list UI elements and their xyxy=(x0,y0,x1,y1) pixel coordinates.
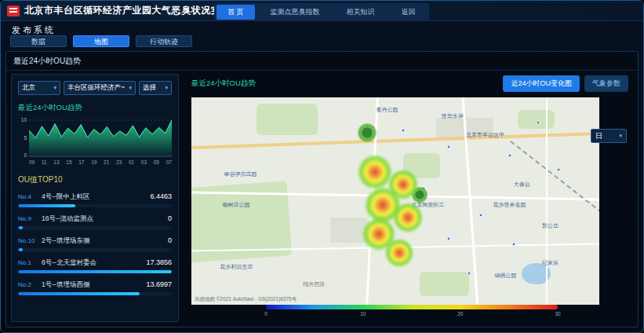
rank-label: No.9 xyxy=(18,215,42,222)
progress-track xyxy=(18,292,172,295)
map-label: 翠谷伊尔庄园 xyxy=(224,170,257,178)
x-tick: 09 xyxy=(29,159,35,165)
trend-chart-title: 最近24小时OU趋势 xyxy=(18,103,172,113)
map-label: 花乡村旧王庄 xyxy=(220,263,253,271)
top10-row[interactable]: No.44号--限中上料区6.4463 xyxy=(18,192,172,207)
nav-odor-index[interactable]: 监测点恶臭指数 xyxy=(260,5,331,20)
weather-params-button[interactable]: 气象参数 xyxy=(584,75,628,92)
map-park-area xyxy=(257,104,318,135)
period-select-value: 日 xyxy=(595,131,602,141)
app-root: 北京市丰台区循环经济产业园大气恶臭状况实时 首 页 监测点恶臭指数 相关知识 返… xyxy=(0,0,644,333)
top10-row[interactable]: No.916号--流动监测点0 xyxy=(18,214,172,229)
chart-area xyxy=(29,120,172,156)
legend-tick: 0 xyxy=(264,311,267,317)
station-name: 4号--限中上料区 xyxy=(42,192,147,202)
rank-label: No.4 xyxy=(18,193,42,200)
district-select[interactable]: 丰台区循环经济产~ ▾ xyxy=(64,81,136,95)
legend-tick: 10 xyxy=(360,311,366,317)
top10-row[interactable]: No.102号--填埋场东侧0 xyxy=(18,236,172,251)
map-marker-icon xyxy=(557,168,561,172)
x-tick: 13 xyxy=(53,159,59,165)
progress-fill xyxy=(18,204,75,207)
section-divider xyxy=(6,70,638,71)
x-tick: 03 xyxy=(141,159,147,165)
tab-map[interactable]: 地图 xyxy=(73,35,129,47)
map-panel-title: 最近24小时OU趋势 xyxy=(191,79,256,89)
heatmap-blob xyxy=(384,238,414,268)
map-marker-icon xyxy=(467,272,471,276)
x-tick: 11 xyxy=(42,159,47,165)
chevron-down-icon: ▾ xyxy=(129,85,132,91)
rank-label: No.10 xyxy=(18,237,42,244)
map-marker-icon xyxy=(446,145,450,149)
main-frame: 最近24小时OU趋势 北京 ▾ 丰台区循环经济产~ ▾ 选择 ▾ 最近24小时O… xyxy=(5,51,639,328)
system-label: 发布系统 xyxy=(12,24,56,36)
x-tick: 05 xyxy=(154,159,159,165)
chevron-down-icon: ▾ xyxy=(619,133,622,139)
app-logo-icon xyxy=(7,5,20,16)
progress-track xyxy=(18,226,172,229)
x-tick: 19 xyxy=(91,159,96,165)
trend-chart-svg xyxy=(29,117,172,158)
map-panel-header: 最近24小时OU趋势 近24小时OU变化图 气象参数 xyxy=(191,75,628,92)
x-tick: 17 xyxy=(78,159,84,165)
progress-fill xyxy=(18,292,140,295)
map-marker-icon xyxy=(479,214,483,218)
rank-label: No.2 xyxy=(18,281,42,288)
rank-label: No.1 xyxy=(18,259,42,266)
nav-home[interactable]: 首 页 xyxy=(216,5,255,20)
station-name: 16号--流动监测点 xyxy=(42,214,165,224)
map-label: 槐房西路 xyxy=(303,280,325,288)
station-name: 1号--填埋场西侧 xyxy=(42,280,143,290)
map-panel: 最近24小时OU趋势 近24小时OU变化图 气象参数 xyxy=(184,74,633,322)
top10-row[interactable]: No.21号--填埋场西侧13.6997 xyxy=(18,280,172,295)
map-label: 郭公庄 xyxy=(542,222,558,230)
tab-track[interactable]: 行动轨迹 xyxy=(136,35,192,47)
city-select[interactable]: 北京 ▾ xyxy=(18,81,60,95)
map-label: 纪家庙 xyxy=(542,259,558,267)
top10-title: OU值TOP10 xyxy=(18,174,172,185)
district-select-value: 丰台区循环经济产~ xyxy=(67,83,125,93)
trend-chart: 10 5 0 xyxy=(18,117,172,158)
left-panel: 北京 ▾ 丰台区循环经济产~ ▾ 选择 ▾ 最近24小时OU趋势 10 5 0 xyxy=(11,74,179,322)
tab-data[interactable]: 数据 xyxy=(10,35,67,47)
filter-row: 北京 ▾ 丰台区循环经济产~ ▾ 选择 ▾ xyxy=(18,81,172,95)
legend-tick: 20 xyxy=(457,311,463,317)
progress-track xyxy=(18,204,172,207)
map-attribution: 高德地图 ©2021 AutoNavi - GS(2021)6375号 xyxy=(195,296,297,303)
period-select[interactable]: 日 ▾ xyxy=(591,129,627,143)
progress-fill xyxy=(18,248,23,251)
map-canvas[interactable]: 看丹公园 世华水岸 榆树庄公园 翠谷伊尔庄园 北京市丰台区中 大葆台 北京陶瓷职… xyxy=(191,97,599,305)
map-label: 锦绣公园 xyxy=(494,272,516,280)
station-select[interactable]: 选择 ▾ xyxy=(139,81,172,95)
top10-row[interactable]: No.16号--北天堂村委会17.3856 xyxy=(18,258,172,273)
chevron-down-icon: ▾ xyxy=(53,85,56,91)
map-label: 花乡世界名园 xyxy=(493,201,526,209)
ou-value: 6.4463 xyxy=(150,192,172,200)
map-label: 榆树庄公园 xyxy=(223,201,250,209)
progress-track xyxy=(18,248,172,251)
legend-tick: 30 xyxy=(555,311,560,317)
heatmap-legend: 0 10 20 30 xyxy=(266,305,558,317)
app-title: 北京市丰台区循环经济产业园大气恶臭状况实时 xyxy=(24,4,231,17)
chart-y-axis: 10 5 0 xyxy=(18,117,29,158)
station-select-value: 选择 xyxy=(143,83,156,93)
nav-back[interactable]: 返回 xyxy=(391,5,427,20)
map-label: 看丹公园 xyxy=(377,106,398,114)
map-marker-icon xyxy=(537,120,540,124)
map-marker-icon xyxy=(508,153,511,157)
map-label: 大葆台 xyxy=(514,181,530,188)
map-label: 世华水岸 xyxy=(442,112,464,120)
map-park-area xyxy=(518,110,555,129)
nav-knowledge[interactable]: 相关知识 xyxy=(336,5,386,20)
map-label: 北京市丰台区中 xyxy=(466,131,504,139)
x-tick: 23 xyxy=(116,159,122,165)
ou-change-map-button[interactable]: 近24小时OU变化图 xyxy=(503,75,580,92)
section-title: 最近24小时OU趋势 xyxy=(13,56,81,67)
map-park-area xyxy=(420,272,468,297)
chart-x-axis: 091113151719212301030507 xyxy=(29,159,172,165)
x-tick: 15 xyxy=(66,159,71,165)
station-name: 6号--北天堂村委会 xyxy=(42,258,143,268)
map-marker-icon xyxy=(446,236,450,240)
main-nav: 首 页 监测点恶臭指数 相关知识 返回 xyxy=(214,3,429,21)
